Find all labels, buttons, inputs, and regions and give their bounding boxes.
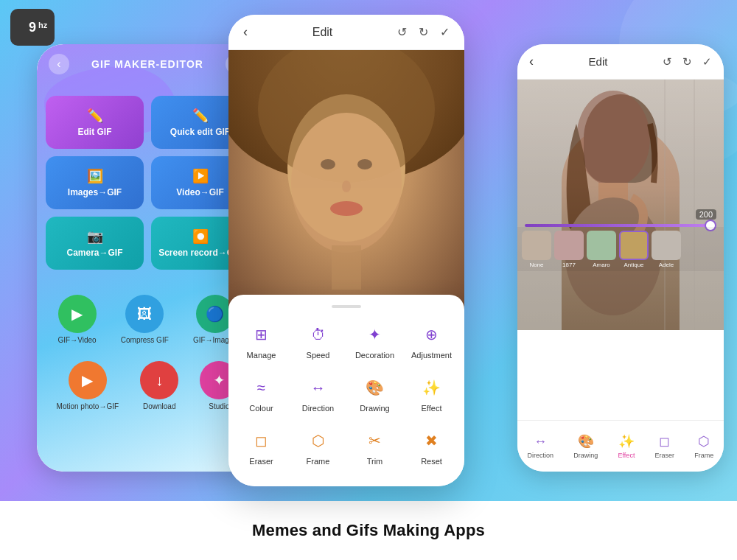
pr-eraser-label: Eraser: [655, 452, 675, 459]
pr-effect-icon: ✨: [618, 433, 635, 449]
filter-1877[interactable]: 1877: [554, 231, 584, 268]
manage-icon: ⊞: [248, 321, 275, 348]
tool-frame[interactable]: ⬡ Frame: [293, 423, 343, 470]
quick-edit-icon: ✏️: [192, 108, 209, 124]
edit-gif-button[interactable]: ✏️ Edit GIF: [46, 96, 144, 149]
pr-drawing-label: Drawing: [573, 452, 598, 459]
reset-label: Reset: [421, 457, 442, 466]
adjustment-label: Adjustment: [411, 351, 452, 360]
right-title: Edit: [589, 55, 608, 68]
pc-controls: ↺ ↻ ✓: [397, 25, 450, 39]
undo-icon-right[interactable]: ↺: [663, 55, 672, 69]
back-button-right[interactable]: ‹: [529, 54, 534, 69]
pr-tool-eraser[interactable]: ◻ Eraser: [655, 433, 675, 459]
filter-none[interactable]: None: [522, 231, 551, 268]
back-button-left[interactable]: ‹: [49, 54, 69, 74]
camera-gif-icon: 📷: [87, 228, 103, 245]
check-icon-center[interactable]: ✓: [440, 25, 450, 39]
bottom-bar: Memes and Gifs Making Apps: [0, 501, 737, 560]
right-image-area: 200 None 1877 Amaro Antique: [517, 80, 724, 330]
check-icon-right[interactable]: ✓: [702, 55, 712, 69]
trim-label: Trim: [367, 457, 383, 466]
filter-value: 200: [696, 209, 716, 220]
pr-tool-effect[interactable]: ✨ Effect: [618, 433, 635, 459]
logo-text: 9: [29, 20, 36, 35]
compress-gif-icon: 🖼: [125, 295, 164, 333]
camera-gif-label: Camera→GIF: [66, 248, 122, 258]
filter-1877-label: 1877: [562, 262, 576, 268]
tool-effect[interactable]: ✨ Effect: [406, 370, 457, 417]
filter-antique-img: [619, 231, 649, 260]
filter-thumbnails: None 1877 Amaro Antique Adele: [517, 231, 685, 268]
filter-antique[interactable]: Antique: [619, 231, 649, 268]
video-gif-label: Video→GIF: [176, 187, 223, 197]
tool-grid: ⊞ Manage ⏱ Speed ✦ Decoration ⊕ Adjustme…: [236, 317, 457, 470]
pr-frame-label: Frame: [694, 452, 713, 459]
filter-amaro-label: Amaro: [593, 262, 610, 268]
pr-tool-drawing[interactable]: 🎨 Drawing: [573, 433, 598, 459]
camera-to-gif-button[interactable]: 📷 Camera→GIF: [46, 217, 144, 270]
redo-icon-right[interactable]: ↻: [682, 55, 692, 69]
gif-video-label: GIF→Video: [58, 336, 97, 344]
tool-colour[interactable]: ≈ Colour: [236, 370, 287, 417]
download-label: Download: [143, 402, 175, 410]
colour-label: Colour: [249, 404, 273, 413]
phone-center: ‹ Edit ↺ ↻ ✓: [228, 15, 464, 486]
tool-direction[interactable]: ↔ Direction: [293, 370, 343, 417]
download-icon: ↓: [140, 361, 178, 399]
back-button-center[interactable]: ‹: [243, 24, 248, 40]
pr-tool-frame[interactable]: ⬡ Frame: [694, 433, 713, 459]
filter-none-img: [522, 231, 551, 260]
phone-left-header: ‹ GIF MAKER-EDITOR ⚙: [37, 44, 258, 84]
motion-photo-label: Motion photo→GIF: [57, 402, 119, 410]
pr-eraser-icon: ◻: [659, 433, 670, 449]
pr-frame-icon: ⬡: [698, 433, 710, 449]
filter-adele-label: Adele: [659, 262, 674, 268]
filter-none-label: None: [529, 262, 543, 268]
pr-direction-label: Direction: [528, 452, 554, 459]
eraser-label: Eraser: [249, 457, 273, 466]
logo: 9: [10, 9, 55, 46]
tool-decoration[interactable]: ✦ Decoration: [349, 317, 400, 364]
filter-amaro[interactable]: Amaro: [587, 231, 616, 268]
pr-header: ‹ Edit ↺ ↻ ✓: [517, 44, 724, 80]
images-gif-label: Images→GIF: [68, 187, 122, 197]
screen-record-icon: ⏺️: [192, 228, 209, 245]
drawing-icon: 🎨: [362, 374, 388, 401]
pr-effect-label: Effect: [618, 452, 635, 459]
images-to-gif-button[interactable]: 🖼️ Images→GIF: [46, 156, 144, 209]
gif-to-video-button[interactable]: ▶ GIF→Video: [58, 295, 97, 344]
eraser-icon: ◻: [248, 427, 275, 454]
pr-tool-direction[interactable]: ↔ Direction: [528, 434, 554, 459]
motion-photo-button[interactable]: ▶ Motion photo→GIF: [57, 361, 119, 410]
redo-icon-center[interactable]: ↻: [419, 25, 428, 39]
tool-adjustment[interactable]: ⊕ Adjustment: [406, 317, 457, 364]
tool-manage[interactable]: ⊞ Manage: [236, 317, 287, 364]
motion-photo-icon: ▶: [69, 361, 107, 399]
edit-gif-label: Edit GIF: [78, 127, 112, 137]
tool-eraser[interactable]: ◻ Eraser: [236, 423, 287, 470]
quick-edit-label: Quick edit GIF: [170, 127, 230, 137]
compress-gif-label: Compress GIF: [121, 336, 169, 344]
undo-icon-center[interactable]: ↺: [397, 25, 407, 39]
tool-speed[interactable]: ⏱ Speed: [293, 317, 343, 364]
studio-label: Studio: [209, 402, 229, 410]
tool-trim[interactable]: ✂ Trim: [349, 423, 400, 470]
circle-row-2: ▶ Motion photo→GIF ↓ Download ✦ Studio: [46, 361, 249, 410]
filter-adele-img: [652, 231, 681, 260]
pr-controls: ↺ ↻ ✓: [663, 55, 712, 69]
filter-antique-label: Antique: [624, 262, 643, 268]
compress-gif-button[interactable]: 🖼 Compress GIF: [121, 295, 169, 344]
direction-icon: ↔: [305, 374, 332, 401]
download-button[interactable]: ↓ Download: [140, 361, 178, 410]
effect-label: Effect: [422, 404, 442, 413]
face-svg: [228, 50, 464, 315]
tool-reset[interactable]: ✖ Reset: [406, 423, 457, 470]
filter-adele[interactable]: Adele: [652, 231, 681, 268]
button-grid: ✏️ Edit GIF ✏️ Quick edit GIF 🖼️ Images→…: [46, 96, 249, 270]
center-title: Edit: [312, 26, 333, 39]
speed-icon: ⏱: [305, 321, 332, 348]
tool-drawing[interactable]: 🎨 Drawing: [349, 370, 400, 417]
svg-point-10: [576, 91, 650, 186]
speed-label: Speed: [307, 351, 330, 360]
